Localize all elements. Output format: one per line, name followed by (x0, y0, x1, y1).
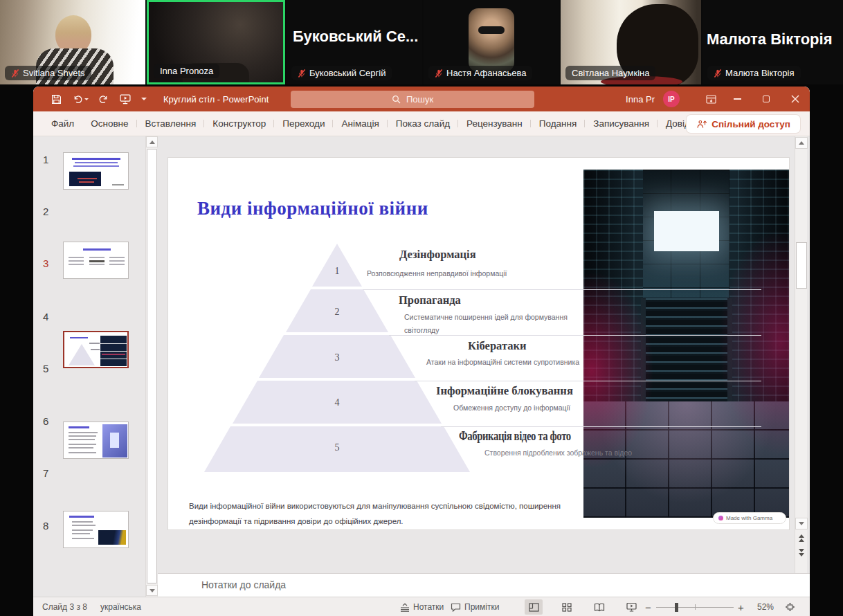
level-1-heading[interactable]: Дезінформація (399, 248, 476, 262)
redo-icon[interactable] (99, 94, 109, 104)
language-indicator[interactable]: українська (100, 597, 141, 616)
slide-thumbnail-1[interactable] (63, 152, 129, 190)
slide-thumbnail-3-selected[interactable] (63, 331, 129, 368)
participant-tile-bukovskyi[interactable]: Буковський Се... Буковський Сергій (287, 0, 422, 84)
minimize-button[interactable] (723, 87, 752, 111)
made-with-gamma-badge[interactable]: Made with Gamma (713, 512, 786, 524)
next-slide-button[interactable] (795, 547, 808, 559)
notes-pane[interactable]: Нотатки до слайда (158, 573, 810, 597)
scrollbar-thumb[interactable] (796, 242, 807, 289)
tab-home[interactable]: Основне (82, 115, 136, 132)
participant-tile-inna-pronoza[interactable]: Inna Pronoza (147, 0, 285, 84)
gamma-logo-icon (718, 516, 723, 520)
tab-view[interactable]: Подання (531, 115, 586, 132)
ribbon-tabs: Файл Основне Вставлення Конструктор Пере… (33, 111, 810, 136)
scroll-down-arrow[interactable] (146, 585, 158, 596)
panel-scrollbar[interactable] (145, 136, 157, 597)
slide-thumbnail-4[interactable] (63, 422, 129, 459)
tab-review[interactable]: Рецензуванн (458, 115, 531, 132)
participant-tile-maliuta[interactable]: Малюта Вікторія Малюта Вікторія (702, 0, 843, 84)
slide-number: 6 (43, 415, 55, 427)
slide-title[interactable]: Види інформаційної війни (197, 198, 428, 219)
pyramid-number-4: 4 (335, 397, 340, 408)
zoom-in-button[interactable]: + (738, 597, 744, 616)
video-strip: Svitlana Shvets Inna Pronoza Буковський … (0, 0, 843, 84)
comments-icon (451, 603, 461, 612)
maximize-button[interactable] (752, 87, 781, 111)
normal-view-button[interactable] (525, 599, 543, 615)
slideshow-view-button[interactable] (622, 599, 640, 615)
level-4-desc[interactable]: Обмеження доступу до інформації (453, 404, 570, 412)
slide-canvas[interactable]: Види інформаційної війни 1 2 3 4 5 (168, 158, 789, 529)
start-slideshow-icon[interactable] (120, 94, 131, 105)
notes-icon (400, 603, 410, 612)
slide-thumbnail-5[interactable] (63, 511, 129, 548)
notes-placeholder[interactable]: Нотатки до слайда (201, 579, 286, 590)
level-2-heading[interactable]: Пропаганда (399, 293, 461, 307)
level-5-desc[interactable]: Створення підроблених зображень та відео (484, 449, 632, 457)
ceiling-light (654, 211, 719, 251)
level-4-heading[interactable]: Інформаційне блокування (436, 383, 573, 398)
mic-muted-icon (435, 69, 443, 78)
participant-tile-naumkina[interactable]: Світлана Наумкіна (561, 0, 701, 84)
fit-slide-to-window-button[interactable] (781, 599, 799, 615)
level-1-desc[interactable]: Розповсюдження неправдивої інформації (367, 269, 507, 278)
slide-thumbnail-2[interactable] (63, 242, 129, 279)
level-5-heading[interactable]: Фабрикація відео та фото (459, 429, 571, 444)
participant-name: Svitlana Shvets (23, 68, 85, 78)
comments-toggle[interactable]: Примітки (451, 597, 499, 616)
editor-scrollbar[interactable] (795, 136, 807, 573)
participant-nameplate: Svitlana Shvets (5, 66, 91, 80)
scroll-up-arrow[interactable] (795, 137, 808, 149)
slide-number: 4 (43, 311, 55, 323)
scrollbar-thumb[interactable] (147, 149, 157, 583)
tab-design[interactable]: Конструктор (204, 115, 274, 132)
server-room-image[interactable] (583, 170, 789, 518)
save-icon[interactable] (51, 94, 62, 105)
mic-muted-icon (714, 69, 722, 78)
undo-icon[interactable] (72, 94, 89, 104)
tab-slideshow[interactable]: Показ слайд (388, 115, 458, 132)
level-3-heading[interactable]: Кібератаки (468, 339, 526, 353)
level-divider (441, 426, 761, 427)
tab-animations[interactable]: Анімація (333, 115, 387, 132)
slide-editor: Види інформаційної війни 1 2 3 4 5 (158, 136, 795, 573)
participant-big-name: Буковський Се... (293, 28, 418, 46)
search-placeholder: Пошук (406, 94, 433, 105)
notes-toggle[interactable]: Нотатки (400, 597, 444, 616)
customize-qat-icon[interactable] (141, 98, 147, 100)
tab-transitions[interactable]: Переходи (274, 115, 333, 132)
share-button[interactable]: Спільний доступ (687, 115, 800, 133)
slide-number: 1 (43, 154, 55, 165)
participant-nameplate: Настя Афанасьева (428, 66, 532, 80)
participant-nameplate: Inna Pronoza (154, 64, 219, 78)
zoom-slider-thumb[interactable] (675, 603, 678, 612)
zoom-level[interactable]: 52% (757, 597, 774, 616)
participant-video (196, 20, 236, 66)
scroll-down-arrow[interactable] (795, 518, 808, 529)
slide-footer-text[interactable]: Види інформаційної війни використовуютьс… (189, 498, 594, 529)
slide-number: 5 (43, 363, 55, 374)
slide-number: 2 (43, 206, 55, 217)
participant-tile-svitlana-shvets[interactable]: Svitlana Shvets (0, 0, 145, 84)
previous-slide-button[interactable] (795, 532, 808, 544)
close-button[interactable] (781, 87, 810, 111)
level-2-desc[interactable]: Систематичне поширення ідей для формуван… (404, 311, 576, 338)
level-3-desc[interactable]: Атаки на інформаційні системи супротивни… (426, 358, 579, 366)
search-input[interactable]: Пошук (291, 91, 534, 108)
reading-view-button[interactable] (590, 599, 608, 615)
status-bar: Слайд 3 з 8 українська Нотатки Примітки (33, 597, 810, 616)
slide-number: 7 (43, 467, 55, 479)
participant-tile-nastia[interactable]: Настя Афанасьева (424, 0, 559, 84)
tab-record[interactable]: Записування (585, 115, 658, 132)
tab-file[interactable]: Файл (43, 115, 82, 132)
account-avatar[interactable]: IP (663, 91, 680, 107)
slide-sorter-view-button[interactable] (558, 599, 576, 615)
zoom-out-button[interactable]: − (645, 597, 651, 616)
tab-insert[interactable]: Вставлення (137, 115, 205, 132)
mic-muted-icon (298, 69, 306, 78)
share-icon (696, 120, 707, 129)
ribbon-display-options-icon[interactable] (699, 87, 723, 111)
scroll-up-arrow[interactable] (146, 136, 158, 147)
powerpoint-window: Круглий стіл - PowerPoint Пошук Inna Pr … (33, 87, 810, 616)
